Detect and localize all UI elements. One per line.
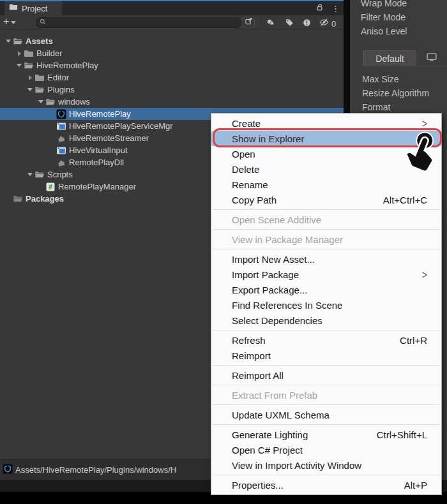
- menu-item-label: Refresh: [232, 335, 266, 346]
- folder-open-icon: [24, 61, 34, 71]
- menu-item[interactable]: View in Import Activity Window: [211, 457, 441, 473]
- menu-item[interactable]: Reimport: [211, 348, 441, 363]
- folder-open-icon: [45, 97, 56, 107]
- tree-row[interactable]: Plugins: [0, 84, 344, 96]
- property-label: Wrap Mode: [361, 0, 407, 8]
- menu-item: Open Scene Additive: [211, 212, 441, 227]
- triangle-down-icon[interactable]: [15, 64, 24, 67]
- menu-item[interactable]: Show in Explorer: [211, 131, 441, 146]
- menu-item-shortcut: Ctrl+Shift+L: [377, 429, 427, 440]
- menu-item-label: Update UXML Schema: [232, 410, 330, 420]
- menu-item-label: Copy Path: [232, 195, 277, 205]
- tree-row[interactable]: Builder: [0, 47, 344, 59]
- triangle-right-icon[interactable]: [15, 51, 24, 56]
- tree-row[interactable]: HiveRemotePlay: [0, 59, 344, 71]
- tree-row[interactable]: windows: [0, 96, 344, 108]
- toolbar-divider: [315, 17, 316, 27]
- eye-slash-icon: [319, 17, 330, 30]
- folder-tab-icon: [9, 3, 18, 14]
- menu-item-label: Open: [232, 149, 255, 159]
- triangle-right-icon[interactable]: [26, 75, 34, 80]
- cs-icon: #: [45, 182, 56, 192]
- menu-item[interactable]: Create>: [211, 115, 441, 131]
- menu-separator: [213, 209, 440, 210]
- tree-row[interactable]: Assets: [0, 35, 344, 47]
- menu-item[interactable]: Select Dependencies: [211, 313, 441, 328]
- kebab-menu-icon[interactable]: ⋮: [331, 4, 340, 13]
- dll-icon: [56, 158, 66, 168]
- tree-row[interactable]: Editor: [0, 71, 344, 84]
- menu-item[interactable]: Import Package>: [211, 267, 441, 282]
- unlock-icon[interactable]: [315, 3, 324, 15]
- triangle-down-icon[interactable]: [26, 173, 34, 176]
- appwin-icon: [56, 145, 66, 156]
- svg-text:#: #: [49, 182, 52, 190]
- open-in-window-icon: [245, 17, 254, 28]
- tree-item-label: windows: [58, 97, 90, 107]
- menu-item-label: Import Package: [232, 269, 299, 280]
- menu-item-label: Delete: [232, 164, 259, 175]
- tab-platform-override[interactable]: [416, 50, 447, 66]
- triangle-down-icon[interactable]: [36, 100, 45, 103]
- menu-item-shortcut: Ctrl+R: [400, 335, 427, 346]
- menu-item[interactable]: RefreshCtrl+R: [211, 332, 441, 348]
- folder-open-icon: [34, 85, 45, 95]
- submenu-arrow-icon: >: [422, 268, 427, 281]
- tree-item-label: HiveRemotePlay: [69, 109, 131, 119]
- tab-project[interactable]: Project: [4, 1, 62, 15]
- tree-item-label: Plugins: [47, 85, 75, 94]
- tree-item-label: Builder: [36, 48, 62, 58]
- menu-item[interactable]: Generate LightingCtrl+Shift+L: [211, 427, 441, 442]
- search-input[interactable]: [47, 18, 229, 28]
- menu-separator: [213, 330, 440, 330]
- menu-item[interactable]: Export Package...: [211, 282, 441, 297]
- triangle-down-icon[interactable]: [4, 40, 13, 43]
- property-label: Filter Mode: [361, 12, 405, 22]
- menu-item[interactable]: Delete: [211, 161, 441, 177]
- plus-icon: +: [3, 17, 9, 27]
- menu-item-label: Show in Explorer: [232, 133, 304, 144]
- search-by-label-icon[interactable]: [284, 17, 294, 27]
- tree-item-label: RemotePlayDll: [69, 158, 124, 167]
- menu-item[interactable]: Reimport All: [211, 367, 441, 383]
- tree-item-label: HiveRemoteStreamer: [69, 133, 149, 143]
- menu-item[interactable]: Rename: [211, 177, 441, 192]
- search-by-type-icon[interactable]: [266, 17, 276, 27]
- search-field[interactable]: [36, 17, 241, 28]
- menu-item[interactable]: Properties...Alt+P: [211, 477, 441, 493]
- folder-open-icon: [34, 170, 45, 180]
- tree-item-label: HiveRemotePlay: [36, 61, 98, 70]
- open-search-window-button[interactable]: [243, 17, 255, 27]
- menu-item-label: Open Scene Additive: [232, 214, 321, 225]
- menu-item-label: Export Package...: [232, 285, 307, 295]
- appwin-icon: [56, 121, 66, 131]
- menu-separator: [213, 404, 440, 405]
- menu-item[interactable]: Copy PathAlt+Ctrl+C: [211, 192, 441, 207]
- property-label: Max Size: [362, 74, 399, 84]
- menu-item-shortcut: Alt+P: [404, 480, 427, 491]
- context-menu: Create>Show in ExplorerOpenDeleteRenameC…: [211, 113, 442, 495]
- folder-open-icon: [13, 194, 23, 204]
- property-label: Format: [362, 102, 390, 112]
- menu-item[interactable]: Import New Asset...: [211, 251, 441, 267]
- hidden-packages-toggle[interactable]: 0: [319, 17, 336, 30]
- search-by-import-log-icon[interactable]: [301, 17, 312, 27]
- shield-icon: [56, 109, 66, 119]
- menu-item[interactable]: Open C# Project: [211, 442, 441, 457]
- menu-item-label: Select Dependencies: [232, 315, 322, 326]
- menu-item-label: View in Import Activity Window: [232, 460, 361, 471]
- menu-item[interactable]: Open: [211, 146, 441, 161]
- tab-default-platform[interactable]: Default: [363, 50, 416, 66]
- add-asset-button[interactable]: +: [3, 15, 16, 29]
- hidden-count-label: 0: [331, 19, 336, 29]
- menu-item-label: View in Package Manager: [232, 234, 343, 245]
- tab-strip: Project ⋮: [0, 1, 344, 15]
- tree-item-label: HiveVirtualInput: [69, 145, 128, 155]
- triangle-down-icon[interactable]: [26, 88, 34, 91]
- status-path: Assets/HiveRemotePlay/Plugins/windows/H: [15, 465, 176, 475]
- folder-closed-icon: [24, 48, 34, 59]
- menu-item[interactable]: Find References In Scene: [211, 297, 441, 313]
- menu-separator: [213, 424, 440, 425]
- menu-item-label: Generate Lighting: [232, 429, 308, 440]
- menu-item[interactable]: Update UXML Schema: [211, 407, 441, 422]
